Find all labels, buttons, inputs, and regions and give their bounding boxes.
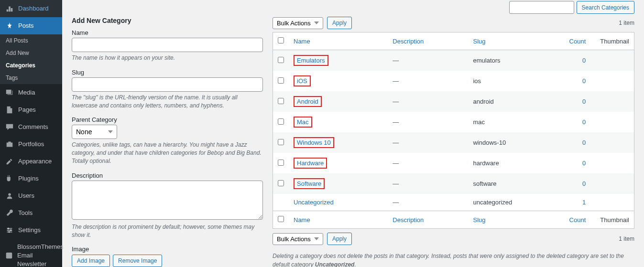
row-checkbox[interactable] (278, 98, 284, 104)
dashboard-icon (5, 4, 14, 13)
row-checkbox[interactable] (278, 77, 284, 84)
sidebar-item-label: Appearance (18, 157, 52, 166)
sidebar-item-pages[interactable]: Pages (0, 101, 62, 118)
slug-input[interactable] (72, 77, 263, 92)
category-link[interactable]: Emulators (294, 55, 328, 66)
category-link[interactable]: Software (294, 178, 325, 189)
submenu-posts: All PostsAdd NewCategoriesTags (0, 34, 62, 84)
row-checkbox[interactable] (278, 57, 284, 63)
row-slug: hardware (468, 153, 564, 173)
sidebar-item-appearance[interactable]: Appearance (0, 153, 62, 170)
appearance-icon (5, 157, 14, 166)
col-slug[interactable]: Slug (468, 32, 564, 50)
bulk-actions-select-bottom[interactable]: Bulk Actions (273, 233, 323, 245)
submenu-item-categories[interactable]: Categories (0, 59, 62, 72)
categories-table: Name Description Slug Count Thumbnail Em… (273, 32, 634, 229)
add-category-form: Add New Category Name The name is how it… (72, 17, 263, 267)
category-link[interactable]: Android (294, 96, 322, 107)
sidebar-item-label: Comments (18, 123, 48, 131)
row-thumbnail (595, 194, 634, 211)
row-checkbox[interactable] (278, 139, 284, 145)
row-slug: windows-10 (468, 132, 564, 153)
comment-icon (5, 122, 14, 132)
sidebar-item-portfolios[interactable]: Portfolios (0, 136, 62, 153)
sidebar-item-plugins[interactable]: Plugins (0, 170, 62, 187)
row-count-link[interactable]: 0 (582, 118, 586, 126)
content-area: Search Categories Add New Category Name … (62, 0, 644, 267)
category-link[interactable]: Hardware (294, 158, 327, 169)
parent-select[interactable]: None (72, 125, 117, 139)
row-checkbox[interactable] (278, 118, 284, 125)
row-count-link[interactable]: 0 (582, 139, 586, 146)
col-description-foot[interactable]: Description (388, 211, 468, 229)
sidebar-item-tools[interactable]: Tools (0, 204, 62, 222)
submenu-item-tags[interactable]: Tags (0, 72, 62, 84)
parent-help: Categories, unlike tags, can have a hier… (72, 141, 263, 165)
bulk-actions-select-top[interactable]: Bulk Actions (273, 17, 323, 29)
select-all-top[interactable] (278, 37, 284, 43)
image-label: Image (72, 246, 263, 253)
row-thumbnail (595, 173, 634, 194)
sidebar-item-media[interactable]: Media (0, 84, 62, 101)
portfolio-icon (5, 139, 14, 149)
col-count-foot[interactable]: Count (565, 211, 596, 229)
col-description[interactable]: Description (388, 32, 468, 50)
item-count-top: 1 item (619, 20, 634, 26)
row-description: — (388, 132, 468, 153)
category-link[interactable]: iOS (294, 75, 311, 86)
table-row: Software—software0 (273, 173, 634, 194)
col-name[interactable]: Name (289, 32, 388, 50)
row-count-link[interactable]: 0 (582, 77, 586, 85)
sidebar-item-users[interactable]: Users (0, 187, 62, 204)
table-row: Windows 10—windows-100 (273, 132, 634, 153)
search-input[interactable] (509, 1, 574, 14)
table-row: Uncategorized—uncategorized1 (273, 194, 634, 211)
apply-button-top[interactable]: Apply (327, 17, 352, 29)
row-thumbnail (595, 71, 634, 91)
remove-image-button[interactable]: Remove Image (113, 255, 162, 267)
generic-icon (5, 251, 13, 260)
svg-rect-3 (6, 253, 12, 259)
row-slug: software (468, 173, 564, 194)
col-count[interactable]: Count (565, 32, 596, 50)
sidebar-item-blossom-email[interactable]: BlossomThemes Email Newsletter (0, 239, 62, 267)
table-row: Emulators—emulators0 (273, 50, 634, 71)
select-all-bottom[interactable] (278, 216, 284, 222)
row-description: — (388, 173, 468, 194)
row-count-link[interactable]: 0 (582, 57, 586, 64)
sidebar-item-comments[interactable]: Comments (0, 118, 62, 136)
submenu-item-all-posts[interactable]: All Posts (0, 34, 62, 47)
row-count-link[interactable]: 1 (582, 199, 586, 206)
search-button[interactable]: Search Categories (577, 1, 634, 14)
apply-button-bottom[interactable]: Apply (327, 233, 352, 245)
col-name-foot[interactable]: Name (289, 211, 388, 229)
name-help: The name is how it appears on your site. (72, 54, 263, 62)
col-slug-foot[interactable]: Slug (468, 211, 564, 229)
row-count-link[interactable]: 0 (582, 160, 586, 167)
row-count-link[interactable]: 0 (582, 98, 586, 105)
row-slug: emulators (468, 50, 564, 71)
add-image-button[interactable]: Add Image (72, 255, 110, 267)
category-link[interactable]: Mac (294, 117, 312, 128)
users-icon (5, 191, 14, 201)
row-checkbox[interactable] (278, 180, 284, 186)
category-link[interactable]: Uncategorized (294, 199, 334, 206)
sidebar-item-dashboard[interactable]: Dashboard (0, 0, 62, 17)
submenu-item-add-new[interactable]: Add New (0, 47, 62, 59)
row-thumbnail (595, 112, 634, 132)
sidebar-item-posts[interactable]: Posts (0, 17, 62, 34)
row-count-link[interactable]: 0 (582, 180, 586, 187)
description-textarea[interactable] (72, 181, 263, 220)
category-link[interactable]: Windows 10 (294, 137, 334, 148)
sidebar-item-label: Plugins (18, 174, 39, 183)
row-checkbox[interactable] (278, 160, 284, 166)
sidebar-item-label: Posts (18, 21, 34, 30)
name-input[interactable] (72, 38, 263, 52)
sidebar-item-settings[interactable]: Settings (0, 222, 62, 239)
media-icon (5, 88, 14, 97)
row-thumbnail (595, 50, 634, 71)
description-help: The description is not prominent by defa… (72, 223, 263, 239)
pin-icon (5, 21, 14, 31)
svg-point-2 (8, 231, 10, 233)
row-slug: android (468, 91, 564, 112)
